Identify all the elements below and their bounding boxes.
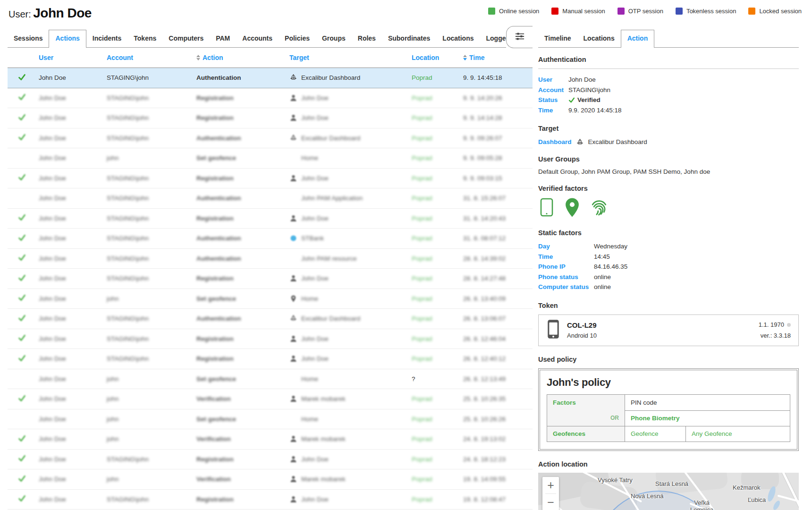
zoom-out-button[interactable]: − — [542, 494, 559, 510]
column-header-action[interactable]: Action — [196, 54, 289, 61]
status-icon — [18, 113, 26, 121]
table-row[interactable]: John Doe STAGING\john Authentication Exc… — [8, 128, 533, 149]
tab-policies[interactable]: Policies — [279, 30, 316, 48]
row-target-text: Home — [301, 154, 318, 162]
main-tabs: SessionsActionsIncidentsTokensComputersP… — [8, 26, 533, 48]
tab-incidents[interactable]: Incidents — [86, 30, 127, 48]
table-row[interactable]: John Doe STAGING\john Registration John … — [8, 450, 533, 470]
table-header: User Account Action Target Location Time — [8, 48, 533, 68]
row-time: 9. 9. 14:14:28 — [463, 114, 533, 121]
detail-tab-locations[interactable]: Locations — [577, 30, 621, 48]
tab-groups[interactable]: Groups — [316, 30, 352, 48]
row-target: John Doe — [289, 94, 412, 102]
map-place-label: Nová Lesná — [631, 493, 663, 500]
table-row[interactable]: John Doe STAGING\john Registration John … — [8, 108, 533, 128]
token-status-dot-icon — [787, 323, 791, 327]
table-row[interactable]: John Doe john Set geofence Home Poprad 2… — [8, 289, 533, 309]
location-map[interactable]: Vysoké TatryStará LesnáKežmarokNová Lesn… — [538, 473, 799, 510]
detail-field-phone-ip: Phone IP84.16.46.35 — [538, 262, 799, 272]
column-header-account[interactable]: Account — [107, 54, 196, 61]
used-policy-heading: Used policy — [538, 356, 799, 363]
row-user: John Doe — [39, 435, 107, 442]
row-target-text: Marek mobarek — [301, 435, 346, 442]
row-target-text: John Doe — [301, 114, 329, 121]
table-row[interactable]: John Doe STAGING\john Registration John … — [8, 88, 533, 109]
table-row[interactable]: John Doe STAGING\john Registration John … — [8, 329, 533, 349]
row-target: Home — [289, 154, 412, 162]
policy-geofences-label: Geofences — [547, 426, 625, 442]
target-icon — [289, 375, 297, 383]
row-user: John Doe — [39, 135, 107, 142]
table-filter-button[interactable] — [506, 26, 533, 48]
token-card[interactable]: COL-L29 Android 10 1.1. 1970 ver.: 3.3.1… — [538, 314, 799, 346]
row-location: Poprad — [412, 195, 463, 202]
table-row[interactable]: John Doe STAGING\john Registration John … — [8, 209, 533, 229]
table-row[interactable]: John Doe john Set geofence Home ? 26. 8.… — [8, 369, 533, 390]
table-row[interactable]: John Doe STAGING\john Authentication STB… — [8, 229, 533, 249]
tab-tokens[interactable]: Tokens — [127, 30, 162, 48]
tab-pam[interactable]: PAM — [210, 30, 236, 48]
table-row[interactable]: John Doe STAGING\john Authentication Joh… — [8, 188, 533, 209]
tab-locations[interactable]: Locations — [436, 30, 480, 48]
table-row[interactable]: John Doe STAGING\john Registration John … — [8, 269, 533, 289]
table-row[interactable]: John Doe STAGING\john Authentication Joh… — [8, 249, 533, 269]
table-row[interactable]: John Doe john Verification Marek mobarek… — [8, 469, 533, 490]
row-target: Home — [289, 295, 412, 303]
column-header-location[interactable]: Location — [412, 54, 463, 61]
row-time: 9. 9. 14:20:26 — [463, 94, 533, 102]
row-account: STAGING\john — [107, 275, 196, 282]
table-row[interactable]: John Doe STAGING\john Authentication Exc… — [8, 309, 533, 329]
detail-tab-timeline[interactable]: Timeline — [538, 30, 577, 48]
row-account: STAGING\john — [107, 215, 196, 222]
row-time: 31. 8. 14:20:43 — [463, 215, 533, 222]
row-location: Poprad — [412, 315, 463, 322]
action-location-section: Action location Vysoké TatryStará LesnáK… — [538, 460, 799, 510]
target-icon — [289, 395, 297, 403]
tab-accounts[interactable]: Accounts — [236, 30, 279, 48]
fingerprint-icon — [589, 197, 609, 220]
table-row[interactable]: John Doe STAGING\john Registration John … — [8, 349, 533, 369]
column-header-user[interactable]: User — [39, 54, 107, 61]
table-row[interactable]: John Doe john Verification Marek mobarek… — [8, 429, 533, 450]
detail-field-phone-status: Phone statusonline — [538, 272, 799, 282]
table-row-selected[interactable]: John Doe STAGING\john Authentication Exc… — [8, 68, 533, 88]
legend-item: Online session — [488, 8, 539, 15]
legend-swatch-icon — [617, 8, 625, 15]
dashboard-link[interactable]: Dashboard — [538, 138, 572, 145]
row-location: Poprad — [412, 335, 463, 342]
column-header-time[interactable]: Time — [463, 54, 533, 61]
row-account: STAGING\john — [107, 315, 196, 322]
column-header-target[interactable]: Target — [289, 54, 412, 61]
tab-sessions[interactable]: Sessions — [8, 30, 49, 48]
table-row[interactable]: John Doe john Verification Marek mobarek… — [8, 389, 533, 409]
row-location: Poprad — [412, 154, 463, 162]
row-target-text: Excalibur Dashboard — [301, 135, 360, 142]
status-icon — [18, 234, 26, 242]
row-location: Poprad — [412, 416, 463, 423]
row-account: STAGING\john — [107, 235, 196, 242]
row-location: Poprad — [412, 355, 463, 362]
tab-roles[interactable]: Roles — [352, 30, 382, 48]
row-target-text: John Doe — [301, 215, 329, 222]
detail-field-time: Time9.9. 2020 14:45:18 — [538, 105, 799, 116]
map-place-label: Veľká Lomnica — [690, 499, 713, 510]
table-row[interactable]: John Doe STAGING\john Registration John … — [8, 169, 533, 189]
row-location: Poprad — [412, 135, 463, 142]
zoom-in-button[interactable]: + — [542, 477, 559, 493]
tab-actions[interactable]: Actions — [49, 30, 86, 48]
row-target: John Doe — [289, 214, 412, 222]
detail-tab-action[interactable]: Action — [621, 30, 655, 48]
table-row[interactable]: John Doe STAGING\john Registration John … — [8, 490, 533, 510]
table-row[interactable]: John Doe john Set geofence Home Poprad 9… — [8, 148, 533, 169]
row-action: Verification — [196, 476, 289, 483]
tab-subordinates[interactable]: Subordinates — [382, 30, 436, 48]
tab-computers[interactable]: Computers — [162, 30, 210, 48]
status-icon — [18, 414, 26, 422]
status-icon — [18, 213, 26, 221]
status-icon — [18, 494, 26, 502]
legend-item: Locked session — [748, 8, 802, 15]
target-section: Target Dashboard Excalibur Dashboard — [538, 125, 799, 146]
table-row[interactable]: John Doe john Set geofence Home Poprad 2… — [8, 409, 533, 430]
row-location: Poprad — [412, 275, 463, 282]
policy-card: John's policy Factors PIN code OR Phone … — [538, 368, 799, 451]
